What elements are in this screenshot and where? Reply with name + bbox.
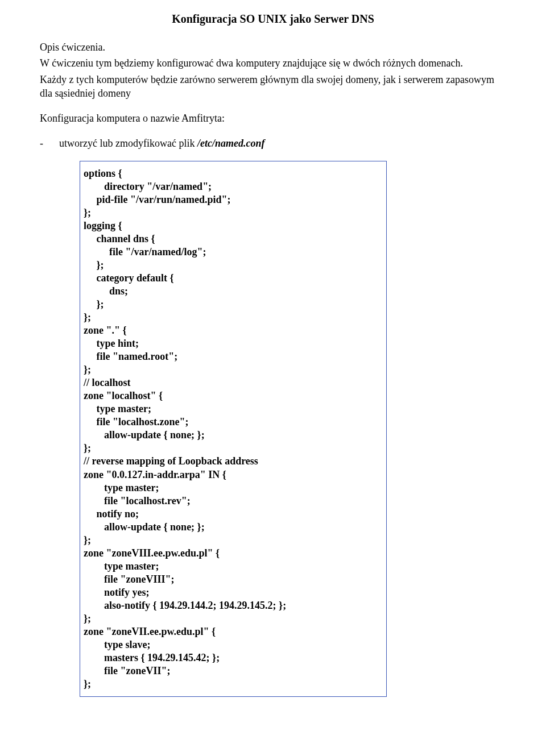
section-heading: Konfiguracja komputera o nazwie Amfitryt…: [40, 111, 506, 125]
intro-line-3: Każdy z tych komputerów będzie zarówno s…: [40, 73, 506, 101]
page-title: Konfiguracja SO UNIX jako Serwer DNS: [40, 11, 506, 27]
bullet-text-plain: utworzyć lub zmodyfikować plik: [59, 138, 197, 149]
intro-line-1: Opis ćwiczenia.: [40, 40, 506, 54]
code-block: options { directory "/var/named"; pid-fi…: [80, 161, 387, 697]
bullet-dash: -: [40, 136, 59, 150]
intro-line-2: W ćwiczeniu tym będziemy konfigurować dw…: [40, 56, 506, 70]
bullet-item: - utworzyć lub zmodyfikować plik /etc/na…: [40, 136, 506, 150]
bullet-text-italic: /etc/named.conf: [197, 138, 264, 149]
bullet-text: utworzyć lub zmodyfikować plik /etc/name…: [59, 136, 264, 150]
